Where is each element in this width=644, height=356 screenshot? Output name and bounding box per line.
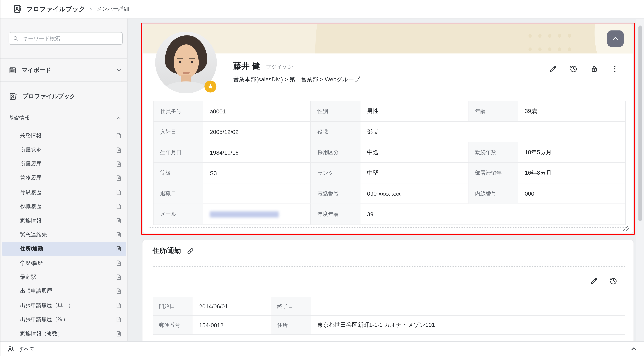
sidebar-item[interactable]: 最寄駅 (0, 270, 128, 284)
field-value: 部長 (360, 122, 468, 142)
chevron-down-icon[interactable] (116, 67, 122, 73)
member-name-kana: フジイケン (266, 63, 293, 71)
field-label: 入社日 (154, 122, 203, 142)
document-icon (115, 174, 122, 182)
lock-button[interactable] (590, 64, 599, 73)
sidebar-item-label: 住所/通勤 (20, 245, 115, 253)
field-label: 部署滞留年 (468, 163, 518, 183)
sidebar-item[interactable]: 出張申請履歴 (0, 284, 128, 298)
sidebar-item[interactable]: 緊急連絡先 (0, 228, 128, 242)
sidebar-item-label: 出張申請履歴 (20, 288, 115, 295)
member-org-path: 営業本部(salesDiv.) > 第一営業部 > Webグループ (233, 76, 360, 83)
document-icon (115, 273, 122, 281)
field-label: 採用区分 (311, 142, 360, 162)
sidebar-item[interactable]: 所属履歴 (0, 157, 128, 171)
filter-all-label[interactable]: すべて (18, 345, 630, 352)
field-value: 090-xxxx-xxx (360, 183, 468, 204)
sidebar-item[interactable]: 兼務履歴 (0, 171, 128, 185)
kebab-icon (610, 64, 619, 73)
sidebar-item-label: 家族情報（複数） (20, 330, 115, 337)
field-label: 電話番号 (311, 183, 360, 204)
sidebar-item-profilebook[interactable]: プロファイルブック (0, 86, 128, 107)
table-row: 郵便番号154-0012 住所東京都世田谷区新町1-1-1 カオナビメゾン101 (153, 316, 625, 334)
field-label: ランク (311, 163, 360, 183)
document-icon (115, 217, 122, 224)
field-label (468, 122, 518, 142)
document-icon (115, 302, 122, 309)
sidebar-item[interactable]: 兼務情報 (0, 129, 128, 143)
section-title: 住所/通勤 (153, 247, 181, 255)
breadcrumb-separator: > (90, 6, 92, 12)
scrollbar-thumb[interactable] (638, 26, 642, 221)
field-label: 年齢 (468, 101, 518, 121)
redacted-email-value (210, 211, 279, 217)
field-value: 39 (360, 204, 468, 224)
document-icon (115, 203, 122, 210)
breadcrumb-page-title: メンバー詳細 (96, 5, 129, 13)
app-window: プロファイルブック > メンバー詳細 (0, 0, 644, 356)
history-icon (609, 276, 618, 285)
sidebar-item[interactable]: 役職履歴 (0, 199, 128, 213)
field-label: 役職 (311, 122, 360, 142)
breadcrumb-app-title[interactable]: プロファイルブック (27, 5, 85, 13)
sidebar-item-label: 所属履歴 (20, 160, 115, 168)
sidebar-search (9, 32, 123, 45)
field-label: 勤続年数 (468, 142, 518, 162)
member-name: 藤井 健 (233, 60, 260, 72)
edit-button[interactable] (590, 276, 598, 285)
sidebar-item[interactable]: 家族情報 (0, 214, 128, 228)
link-icon[interactable] (186, 247, 194, 255)
history-button[interactable] (569, 64, 578, 73)
search-input[interactable] (22, 35, 112, 42)
edit-button[interactable] (548, 64, 557, 73)
sidebar-item[interactable]: 学歴/職歴 (0, 256, 128, 270)
document-icon (115, 316, 122, 323)
table-row: 退職日 電話番号090-xxxx-xxx 内線番号000 (154, 183, 625, 204)
expand-panel-button[interactable] (630, 345, 638, 353)
sidebar-section-label: 基礎情報 (9, 114, 116, 122)
sidebar-item-label: 兼務情報 (20, 132, 115, 139)
resize-handle[interactable] (622, 225, 630, 231)
field-value: 2014/06/01 (192, 297, 271, 315)
sidebar-item[interactable]: 所属発令 (0, 143, 128, 157)
sidebar-item[interactable]: 出張申請履歴（単一） (0, 298, 128, 312)
sidebar: マイボード プロファイルブック 基礎情報 (0, 19, 128, 341)
field-value: 中堅 (360, 163, 468, 183)
field-label: 性別 (311, 101, 360, 121)
profile-actions (548, 64, 619, 73)
table-row: 入社日2005/12/02 役職部長 (154, 122, 625, 142)
field-value (518, 122, 625, 142)
field-value: 1984/10/16 (203, 142, 310, 162)
address-fields-table: 開始日2014/06/01 終了日 郵便番号154-0012 住所東京都世田谷区… (153, 297, 626, 335)
sidebar-item[interactable]: 等級履歴 (0, 185, 128, 199)
field-value: 18年5ヵ月 (518, 142, 625, 162)
sidebar-divider (0, 81, 128, 82)
chevron-up-icon[interactable] (116, 115, 122, 121)
field-value: 39歳 (518, 101, 625, 121)
banner-circle-decoration (315, 24, 633, 54)
sidebar-item[interactable]: 出張申請履歴（※） (0, 312, 128, 326)
sidebar-item-address-commute[interactable]: 住所/通勤 (2, 242, 126, 256)
field-label: 社員番号 (154, 101, 203, 121)
more-options-button[interactable] (610, 64, 619, 73)
search-icon (13, 35, 19, 42)
table-row: メール 年度年齢39 (154, 204, 625, 224)
sidebar-menu: 兼務情報 所属発令 所属履歴 兼務履歴 等級履歴 役職履歴 (0, 129, 128, 341)
sidebar-item[interactable]: 家族情報（複数） (0, 327, 128, 341)
sidebar-item-label: 学歴/職歴 (20, 259, 115, 267)
field-label: メール (154, 204, 203, 224)
field-label: 年度年齢 (311, 204, 360, 224)
profile-banner (143, 24, 633, 54)
field-label: 等級 (154, 163, 203, 183)
field-value: 000 (518, 183, 625, 204)
collapse-card-button[interactable] (607, 31, 624, 47)
scrollbar-track[interactable] (636, 19, 644, 341)
star-badge-icon (204, 81, 216, 92)
sidebar-section-basic-info[interactable]: 基礎情報 (0, 110, 128, 126)
profile-card-highlight-frame: 藤井 健 フジイケン 営業本部(salesDiv.) > 第一営業部 > Web… (141, 23, 635, 235)
section-dotted-divider (153, 266, 625, 267)
sidebar-item-label: 緊急連絡先 (20, 231, 115, 238)
history-button[interactable] (609, 276, 618, 285)
sidebar-item-myboard[interactable]: マイボード (0, 59, 128, 81)
table-row: 開始日2014/06/01 終了日 (153, 297, 625, 316)
